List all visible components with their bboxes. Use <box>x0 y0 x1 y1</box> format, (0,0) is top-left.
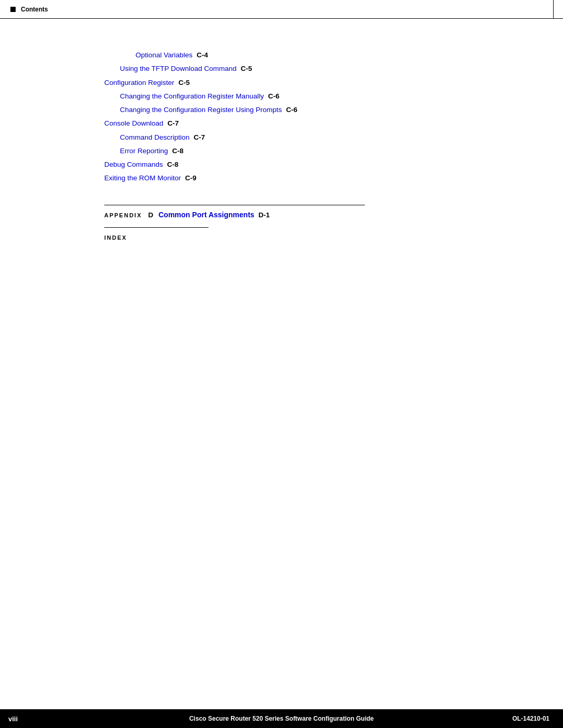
toc-link-tftp[interactable]: Using the TFTP Download Command <box>120 64 237 74</box>
index-section: Index <box>104 227 209 241</box>
top-right-border <box>553 0 554 19</box>
toc-entry-exiting-rom: Exiting the ROM Monitor C-9 <box>104 173 563 183</box>
toc-link-command-description[interactable]: Command Description <box>120 132 190 143</box>
toc-link-change-prompts[interactable]: Changing the Configuration Register Usin… <box>120 105 282 115</box>
toc-page-console-download: C-7 <box>167 118 179 129</box>
footer-doc-num: OL-14210-01 <box>512 715 558 722</box>
toc-page-optional-variables: C-4 <box>197 50 208 60</box>
toc-entry-error-reporting: Error Reporting C-8 <box>120 146 563 156</box>
toc-page-change-manually: C-6 <box>268 91 279 102</box>
toc-link-config-register[interactable]: Configuration Register <box>104 78 174 88</box>
toc-entry-console-download: Console Download C-7 <box>104 118 563 129</box>
appendix-title-link[interactable]: Common Port Assignments <box>158 211 254 219</box>
toc-page-command-description: C-7 <box>194 132 205 143</box>
contents-icon <box>10 7 16 12</box>
toc-page-debug-commands: C-8 <box>167 159 179 170</box>
toc-entry-change-prompts: Changing the Configuration Register Usin… <box>120 105 563 115</box>
top-bar: Contents <box>0 0 563 19</box>
bottom-bar: viii Cisco Secure Router 520 Series Soft… <box>0 709 563 728</box>
toc-link-change-manually[interactable]: Changing the Configuration Register Manu… <box>120 91 264 102</box>
appendix-page: D-1 <box>259 211 270 219</box>
toc-link-console-download[interactable]: Console Download <box>104 118 163 129</box>
appendix-letter: D <box>148 211 153 219</box>
footer-title: Cisco Secure Router 520 Series Software … <box>189 715 374 722</box>
appendix-label: Appendix <box>104 212 142 218</box>
top-bar-label: Contents <box>21 6 48 13</box>
index-label: Index <box>104 235 127 241</box>
toc-entry-debug-commands: Debug Commands C-8 <box>104 159 563 170</box>
page-number: viii <box>0 709 26 728</box>
appendix-d-section: Appendix D Common Port Assignments D-1 <box>104 205 365 219</box>
toc-entry-command-description: Command Description C-7 <box>120 132 563 143</box>
toc-list: Optional Variables C-4 Using the TFTP Do… <box>104 50 563 184</box>
toc-page-error-reporting: C-8 <box>172 146 183 156</box>
toc-page-tftp: C-5 <box>241 64 252 74</box>
toc-page-change-prompts: C-6 <box>286 105 298 115</box>
toc-page-config-register: C-5 <box>178 78 190 88</box>
toc-entry-change-manually: Changing the Configuration Register Manu… <box>120 91 563 102</box>
toc-link-error-reporting[interactable]: Error Reporting <box>120 146 168 156</box>
toc-entry-optional-variables: Optional Variables C-4 <box>136 50 563 60</box>
toc-page-exiting-rom: C-9 <box>185 173 197 183</box>
toc-link-exiting-rom[interactable]: Exiting the ROM Monitor <box>104 173 181 183</box>
toc-link-debug-commands[interactable]: Debug Commands <box>104 159 163 170</box>
toc-link-optional-variables[interactable]: Optional Variables <box>136 50 192 60</box>
toc-entry-tftp: Using the TFTP Download Command C-5 <box>120 64 563 74</box>
main-content: Optional Variables C-4 Using the TFTP Do… <box>104 19 563 241</box>
toc-entry-config-register: Configuration Register C-5 <box>104 78 563 88</box>
